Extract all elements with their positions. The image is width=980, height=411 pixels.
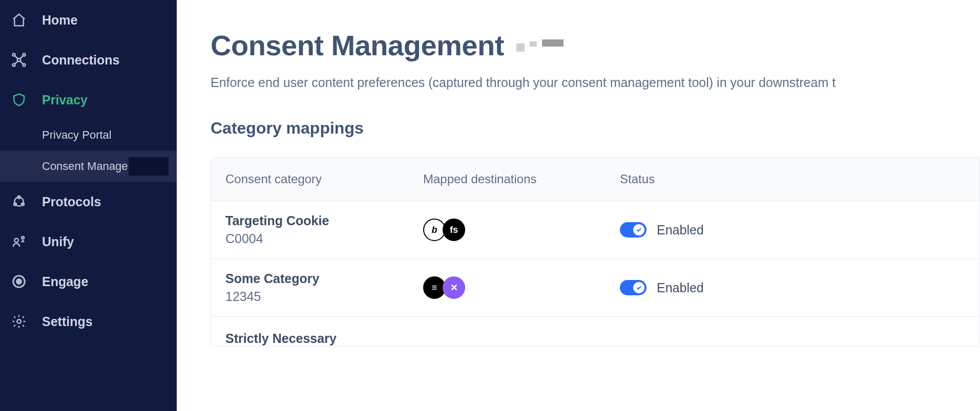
category-name: Targeting Cookie: [225, 213, 394, 228]
sidebar-item-home[interactable]: Home: [0, 0, 177, 40]
subnav-consent-management[interactable]: Consent Management: [0, 151, 177, 182]
sidebar-item-connections[interactable]: Connections: [0, 40, 177, 80]
status-label: Enabled: [657, 280, 704, 295]
sidebar-item-unify[interactable]: Unify: [0, 222, 177, 262]
main-content: Consent Management Enforce end user cont…: [177, 0, 980, 411]
shield-icon: [10, 91, 28, 109]
table-row-partial[interactable]: Strictly Necessary: [211, 317, 979, 346]
status-label: Enabled: [657, 223, 704, 237]
svg-point-0: [17, 58, 20, 61]
svg-point-3: [13, 64, 15, 67]
sidebar-item-label: Home: [42, 13, 77, 28]
category-cell: Some Category12345: [211, 271, 409, 304]
svg-point-13: [17, 319, 21, 323]
subnav-privacy-portal[interactable]: Privacy Portal: [0, 120, 177, 151]
category-name: Strictly Necessary: [225, 331, 337, 345]
status-cell: Enabled: [606, 280, 979, 295]
destinations-cell: ≡✕: [409, 276, 606, 299]
status-toggle[interactable]: [620, 280, 647, 295]
status-cell: Enabled: [606, 222, 979, 237]
table-row[interactable]: Targeting CookieC0004bfsEnabled: [211, 201, 979, 259]
section-title: Category mappings: [211, 119, 980, 138]
check-icon: [633, 224, 644, 235]
sidebar-item-settings[interactable]: Settings: [0, 301, 177, 341]
svg-point-10: [22, 236, 24, 239]
category-id: C0004: [225, 231, 394, 246]
status-toggle[interactable]: [620, 222, 647, 237]
category-id: 12345: [225, 289, 394, 304]
sidebar-item-label: Engage: [42, 274, 88, 289]
category-cell: Targeting CookieC0004: [211, 213, 409, 246]
svg-point-12: [17, 279, 22, 284]
svg-point-1: [13, 54, 15, 56]
sidebar-item-protocols[interactable]: Protocols: [0, 182, 177, 222]
page-subtitle: Enforce end user content preferences (ca…: [211, 75, 980, 90]
svg-point-2: [23, 54, 26, 56]
privacy-subnav: Privacy Portal Consent Management: [0, 120, 177, 182]
sidebar-item-label: Settings: [42, 314, 93, 329]
sidebar: Home Connections Privacy Privacy Portal …: [0, 0, 177, 411]
home-icon: [10, 11, 28, 29]
sidebar-item-privacy[interactable]: Privacy: [0, 80, 177, 120]
page-title-row: Consent Management: [211, 29, 980, 62]
engage-icon: [10, 273, 28, 290]
protocols-icon: [10, 193, 28, 210]
connections-icon: [10, 51, 28, 69]
category-name: Some Category: [225, 271, 394, 286]
destination-icon[interactable]: fs: [443, 219, 465, 241]
destination-icon[interactable]: ✕: [443, 276, 465, 299]
table-header: Consent category Mapped destinations Sta…: [211, 158, 979, 201]
col-header-status: Status: [606, 158, 979, 201]
col-header-category: Consent category: [211, 158, 409, 201]
page-title: Consent Management: [211, 29, 504, 62]
table-row[interactable]: Some Category12345≡✕Enabled: [211, 259, 979, 317]
sidebar-item-label: Unify: [42, 234, 74, 249]
col-header-destinations: Mapped destinations: [409, 158, 606, 201]
svg-point-9: [14, 239, 18, 243]
destinations-cell: bfs: [409, 219, 606, 241]
sidebar-item-engage[interactable]: Engage: [0, 262, 177, 301]
sidebar-item-label: Connections: [42, 53, 119, 68]
unify-icon: [10, 233, 28, 250]
redacted-block: [516, 39, 564, 52]
sidebar-item-label: Protocols: [42, 194, 101, 209]
check-icon: [633, 282, 644, 293]
svg-point-4: [23, 64, 26, 67]
gear-icon: [10, 313, 28, 330]
sidebar-item-label: Privacy: [42, 93, 88, 107]
category-mappings-table: Consent category Mapped destinations Sta…: [211, 157, 980, 347]
